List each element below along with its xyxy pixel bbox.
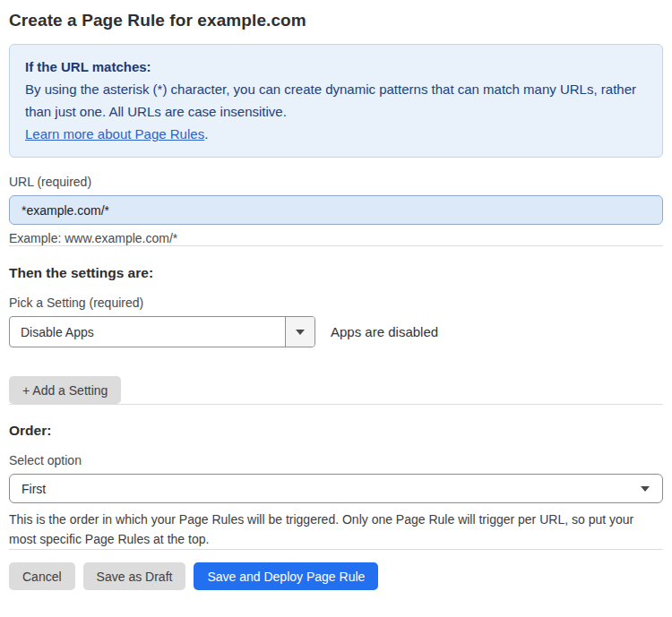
cancel-button[interactable]: Cancel <box>9 562 75 590</box>
setting-dropdown-arrow-button[interactable] <box>285 317 314 347</box>
order-helper-text: This is the order in which your Page Rul… <box>9 510 654 549</box>
url-example-helper: Example: www.example.com/* <box>9 231 663 245</box>
info-box-heading: If the URL matches: <box>25 56 647 78</box>
setting-status-text: Apps are disabled <box>331 324 438 339</box>
save-and-deploy-button[interactable]: Save and Deploy Page Rule <box>194 562 378 590</box>
add-setting-button[interactable]: + Add a Setting <box>9 376 121 404</box>
info-box-link-line: Learn more about Page Rules. <box>25 123 647 145</box>
settings-section-heading: Then the settings are: <box>9 265 663 281</box>
link-suffix: . <box>204 126 208 141</box>
select-option-label: Select option <box>9 453 663 467</box>
caret-down-icon <box>641 486 650 492</box>
url-match-info-box: If the URL matches: By using the asteris… <box>9 44 663 158</box>
learn-more-link[interactable]: Learn more about Page Rules <box>25 126 204 141</box>
divider <box>9 404 663 405</box>
setting-row: Disable Apps Apps are disabled <box>9 316 663 347</box>
order-select-value: First <box>22 482 46 496</box>
info-box-body: By using the asterisk (*) character, you… <box>25 78 647 123</box>
create-page-rule-panel: Create a Page Rule for example.com If th… <box>0 0 672 617</box>
caret-down-icon <box>296 330 305 335</box>
save-as-draft-button[interactable]: Save as Draft <box>83 562 186 590</box>
divider <box>9 245 663 246</box>
divider <box>9 549 663 550</box>
pick-setting-label: Pick a Setting (required) <box>9 296 663 310</box>
url-field-label: URL (required) <box>9 175 663 189</box>
order-section-heading: Order: <box>9 423 663 439</box>
setting-dropdown-value: Disable Apps <box>10 325 94 339</box>
setting-dropdown[interactable]: Disable Apps <box>9 316 315 347</box>
order-select[interactable]: First <box>9 474 663 503</box>
footer-actions: Cancel Save as Draft Save and Deploy Pag… <box>9 562 663 590</box>
url-input[interactable] <box>9 195 663 225</box>
page-title: Create a Page Rule for example.com <box>9 9 663 30</box>
